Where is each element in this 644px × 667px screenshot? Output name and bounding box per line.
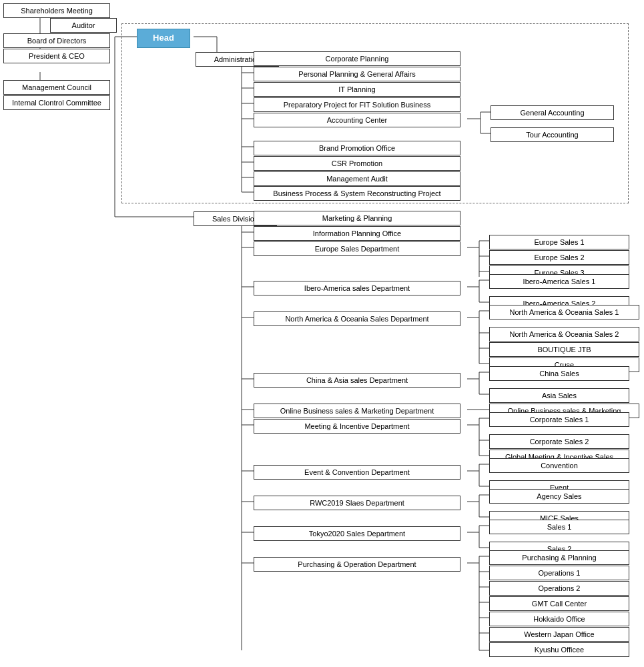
online-dept-node: Online Business sales & Marketing Depart… <box>254 404 460 418</box>
china-dept-node: China & Asia sales Department <box>254 373 460 388</box>
accounting-center-node: Accounting Center <box>254 113 460 127</box>
corp-sales2-node: Corporate Sales 2 <box>489 434 629 449</box>
gmt-call-node: GMT Call Center <box>489 596 629 611</box>
purchasing-dept-node: Purchasing & Operation Department <box>254 557 460 572</box>
csr-node: CSR Promotion <box>254 156 460 171</box>
china-sales-node: China Sales <box>489 366 629 381</box>
president-node: President & CEO <box>3 49 110 63</box>
sales1-node: Sales 1 <box>489 520 629 534</box>
corp-sales1-node: Corporate Sales 1 <box>489 412 629 427</box>
rwc-dept-node: RWC2019 Slaes Department <box>254 496 460 510</box>
tokyo-dept-node: Tokyo2020 Sales Department <box>254 526 460 541</box>
europe2-node: Europe Sales 2 <box>489 250 629 265</box>
tour-accounting-node: Tour Accounting <box>491 127 614 142</box>
brand-promotion-node: Brand Promotion Office <box>254 141 460 155</box>
event-dept-node: Event & Convention Department <box>254 465 460 480</box>
asia-sales-node: Asia Sales <box>489 388 629 403</box>
na2-node: North America & Oceania Sales 2 <box>489 327 639 342</box>
org-chart: Shareholders Meeting Auditor Board of Di… <box>0 0 644 667</box>
mgmt-audit-node: Management Audit <box>254 171 460 186</box>
corp-planning-node: Corporate Planning <box>254 51 460 66</box>
auditor-node: Auditor <box>50 18 117 33</box>
western-japan-node: Western Japan Office <box>489 627 629 642</box>
management-council-node: Management Council <box>3 80 110 95</box>
operations2-node: Operations 2 <box>489 581 629 596</box>
operations1-node: Operations 1 <box>489 566 629 580</box>
europe-dept-node: Europe Sales Department <box>254 241 460 256</box>
biz-process-node: Business Process & System Reconstructing… <box>254 186 460 201</box>
info-planning-node: Information Planning Office <box>254 226 460 241</box>
europe1-node: Europe Sales 1 <box>489 235 629 249</box>
it-planning-node: IT Planning <box>254 82 460 97</box>
internal-control-node: Internal Clontrol Committee <box>3 95 110 110</box>
agency-sales-node: Agency Sales <box>489 489 629 504</box>
meeting-dept-node: Meeting & Incentive Department <box>254 419 460 434</box>
purchasing-planning-node: Purchasing & Planning <box>489 550 629 565</box>
convention-node: Convention <box>489 458 629 473</box>
hokkaido-node: Hokkaido Office <box>489 612 629 626</box>
head-node: Head <box>137 29 190 48</box>
general-accounting-node: General Accounting <box>491 105 614 120</box>
prep-project-node: Preparatory Project for FIT Solution Bus… <box>254 97 460 112</box>
shareholders-node: Shareholders Meeting <box>3 3 110 18</box>
board-node: Board of Directors <box>3 33 110 48</box>
na1-node: North America & Oceania Sales 1 <box>489 305 639 319</box>
marketing-node: Marketing & Planning <box>254 211 460 225</box>
ibero-dept-node: Ibero-America sales Department <box>254 281 460 295</box>
ibero1-node: Ibero-America Sales 1 <box>489 274 629 289</box>
boutique-node: BOUTIQUE JTB <box>489 342 639 357</box>
kyushu-node: Kyushu Officee <box>489 642 629 657</box>
north-america-dept-node: North America & Oceania Sales Department <box>254 311 460 326</box>
personal-planning-node: Personal Planning & General Affairs <box>254 67 460 81</box>
